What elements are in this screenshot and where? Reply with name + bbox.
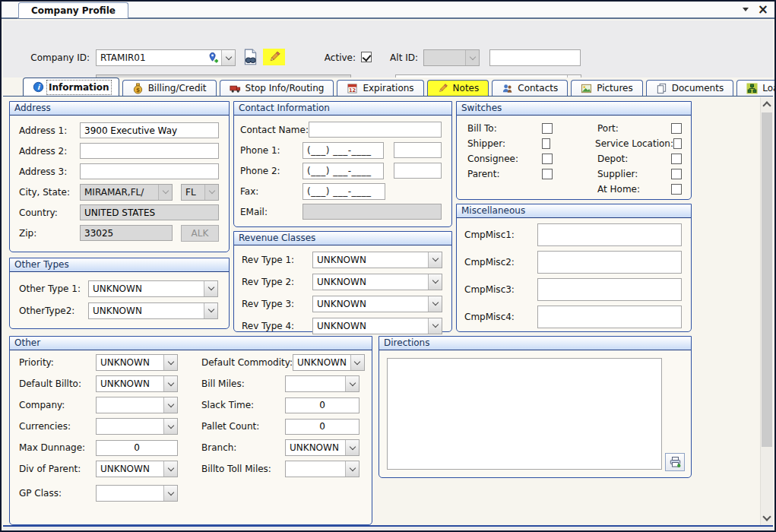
phone1-ext-input[interactable]	[394, 142, 442, 158]
currencies-combo[interactable]	[96, 418, 178, 435]
rev-type4-combo[interactable]: UNKNOWN	[312, 318, 442, 334]
default-billto-combo[interactable]: UNKNOWN	[96, 375, 178, 392]
cmpmisc1-input[interactable]	[537, 223, 682, 246]
map-pin-icon[interactable]	[204, 52, 221, 64]
bill-miles-dropdown-button[interactable]	[345, 376, 359, 391]
tab-information[interactable]: i Information	[23, 78, 119, 96]
bill-miles-row: Bill Miles:	[201, 373, 359, 394]
fax-row: Fax: (___) ___-____	[234, 181, 451, 201]
tabstrip: i Information $ Billing/Credit Stop Info…	[3, 78, 773, 97]
tab-stop-info-routing[interactable]: Stop Info/Routing	[220, 80, 334, 96]
phone2-input[interactable]: (___) ___-____	[302, 163, 384, 179]
miscellaneous-groupbox: Miscellaneous CmpMisc1: CmpMisc2: CmpMis…	[456, 204, 692, 332]
shipper-checkbox[interactable]	[542, 138, 550, 149]
bill-miles-combo[interactable]	[285, 375, 359, 392]
default-billto-dropdown-button[interactable]	[163, 376, 177, 391]
truck-icon	[230, 83, 241, 94]
address1-input[interactable]	[80, 122, 219, 138]
rev-type3-dropdown-button[interactable]	[428, 296, 442, 312]
priority-dropdown-button[interactable]	[163, 355, 177, 370]
fax-input[interactable]: (___) ___-____	[302, 183, 385, 200]
port-label: Port:	[597, 123, 671, 134]
max-dunnage-label: Max Dunnage:	[19, 442, 96, 453]
cmpmisc3-input[interactable]	[537, 278, 682, 301]
div-of-parent-dropdown-button[interactable]	[163, 461, 177, 477]
cmpmisc1-row: CmpMisc1:	[457, 221, 691, 249]
directions-header: Directions	[379, 337, 691, 350]
rev-type4-dropdown-button[interactable]	[428, 318, 442, 334]
window-tab-company-profile[interactable]: Company Profile	[18, 2, 128, 18]
company-dropdown-button[interactable]	[163, 397, 177, 413]
consignee-checkbox[interactable]	[542, 154, 553, 164]
header-form: Company ID: RTAMIR01	[3, 21, 773, 78]
pallet-count-input[interactable]	[285, 419, 359, 435]
depot-checkbox[interactable]	[671, 154, 682, 164]
print-directions-button[interactable]	[665, 453, 685, 471]
currencies-dropdown-button[interactable]	[163, 419, 177, 434]
switches-header: Switches	[457, 102, 691, 116]
billto-toll-miles-combo[interactable]	[285, 461, 359, 477]
scrollbar-thumb[interactable]	[762, 112, 772, 447]
directions-textarea[interactable]	[387, 358, 662, 470]
branch-row: Branch: UNKNOWN	[201, 437, 359, 458]
tab-billing-credit[interactable]: $ Billing/Credit	[122, 80, 217, 96]
alt-id-extra-input[interactable]	[489, 49, 581, 66]
default-commodity-dropdown-button[interactable]	[350, 355, 364, 370]
company-id-combo[interactable]: RTAMIR01	[96, 49, 236, 66]
rev-type1-dropdown-button[interactable]	[428, 252, 442, 268]
contact-name-input[interactable]	[309, 122, 442, 138]
notes-pencil-icon[interactable]	[263, 49, 285, 65]
scroll-down-icon[interactable]	[762, 512, 771, 521]
active-checkbox[interactable]	[361, 52, 372, 62]
max-dunnage-input[interactable]	[96, 440, 178, 456]
switches-row-1: Bill To: Port:	[457, 121, 691, 136]
bill-to-checkbox[interactable]	[542, 123, 553, 134]
div-of-parent-combo[interactable]: UNKNOWN	[96, 461, 178, 477]
gp-class-dropdown-button[interactable]	[163, 486, 177, 501]
rev-type1-combo[interactable]: UNKNOWN	[312, 252, 442, 268]
tab-documents[interactable]: Documents	[646, 80, 733, 96]
priority-combo[interactable]: UNKNOWN	[96, 354, 178, 371]
branch-combo[interactable]: UNKNOWN	[285, 439, 359, 456]
other-type1-dropdown-button[interactable]	[204, 281, 217, 296]
tab-contacts[interactable]: Contacts	[492, 80, 568, 96]
rev-type2-combo[interactable]: UNKNOWN	[312, 274, 442, 290]
other-type1-combo[interactable]: UNKNOWN	[88, 280, 218, 297]
rev-type3-combo[interactable]: UNKNOWN	[312, 296, 442, 312]
tab-load-requirements[interactable]: Load Requirements	[736, 80, 776, 96]
at-home-checkbox[interactable]	[671, 184, 682, 195]
port-checkbox[interactable]	[671, 123, 682, 134]
cmpmisc4-input[interactable]	[537, 306, 682, 328]
other-type2-combo[interactable]: UNKNOWN	[88, 302, 218, 319]
titlebar-controls	[743, 2, 768, 17]
switches-groupbox: Switches Bill To: Port: Shipper: Service…	[456, 101, 692, 200]
cmpmisc2-input[interactable]	[537, 251, 682, 274]
parent-checkbox[interactable]	[542, 169, 553, 179]
other-type2-dropdown-button[interactable]	[204, 303, 217, 318]
company-id-dropdown-button[interactable]	[221, 50, 235, 65]
tab-expirations[interactable]: 12 Expirations	[337, 80, 423, 96]
billto-toll-miles-dropdown-button[interactable]	[345, 461, 359, 477]
find-company-icon[interactable]	[240, 48, 260, 68]
slack-time-input[interactable]	[285, 397, 359, 413]
supplier-checkbox[interactable]	[671, 169, 682, 179]
tab-pictures[interactable]: Pictures	[571, 80, 643, 96]
rev-type3-label: Rev Type 3:	[242, 299, 312, 309]
revenue-classes-header: Revenue Classes	[234, 232, 451, 245]
service-location-checkbox[interactable]	[673, 138, 682, 149]
branch-dropdown-button[interactable]	[345, 440, 359, 455]
email-label: EMail:	[240, 207, 302, 217]
address3-input[interactable]	[80, 163, 219, 179]
consignee-label: Consignee:	[467, 154, 542, 164]
phone2-ext-input[interactable]	[394, 163, 442, 179]
close-icon[interactable]	[758, 4, 768, 16]
gp-class-combo[interactable]	[96, 485, 178, 502]
default-commodity-combo[interactable]: UNKNOWN	[293, 354, 365, 371]
phone1-input[interactable]: (___) ___-____	[302, 142, 384, 159]
scroll-up-icon[interactable]	[762, 101, 771, 109]
company-combo[interactable]	[96, 397, 178, 413]
tab-notes[interactable]: Notes	[427, 80, 489, 96]
rev-type2-dropdown-button[interactable]	[428, 274, 442, 290]
window-menu-arrow-icon[interactable]	[743, 8, 749, 11]
address2-input[interactable]	[80, 143, 219, 159]
